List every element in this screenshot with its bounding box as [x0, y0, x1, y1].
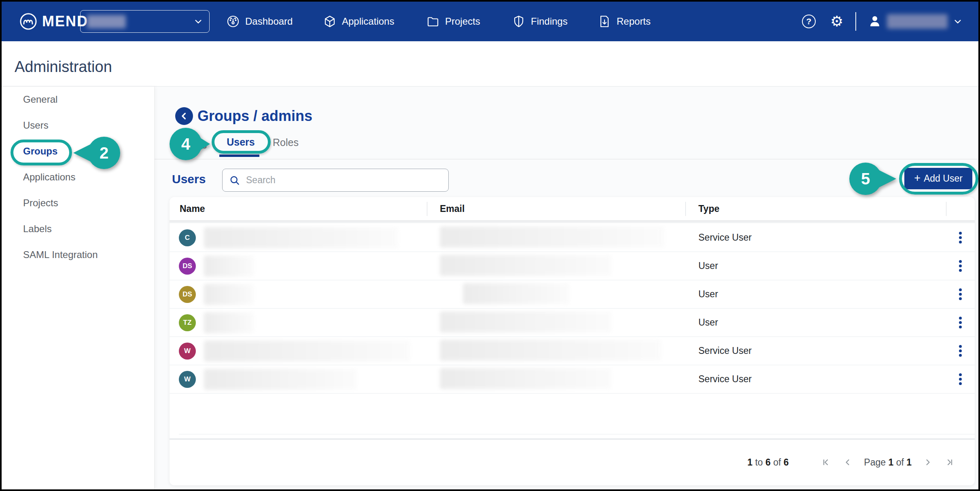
section-title: Users: [172, 172, 206, 186]
avatar: DS: [179, 286, 196, 303]
sidebar-menu: General Users Groups Applications Projec…: [2, 87, 154, 268]
first-page-button[interactable]: [820, 457, 832, 468]
type-cell: Service User: [685, 345, 946, 356]
nav-item-findings[interactable]: Findings: [512, 2, 568, 41]
nav-item-reports[interactable]: Reports: [598, 2, 651, 41]
kebab-menu-icon[interactable]: [956, 342, 965, 360]
user-type: User: [698, 289, 718, 299]
email-cell: [427, 255, 685, 277]
dashboard-icon: [227, 15, 240, 28]
tab-roles[interactable]: Roles: [273, 137, 299, 148]
sidebar-item[interactable]: General: [2, 87, 154, 112]
last-page-button[interactable]: [944, 457, 955, 468]
tab-users[interactable]: Users: [219, 136, 262, 148]
redacted-email: [440, 311, 612, 332]
kebab-menu-icon[interactable]: [956, 370, 965, 388]
nav-item-projects[interactable]: Projects: [426, 2, 480, 41]
active-tab-indicator: [219, 154, 259, 157]
users-table-card: Name Email Type C: [170, 197, 975, 485]
sidebar-item[interactable]: Users: [2, 112, 154, 138]
redacted-name: [204, 312, 254, 333]
redacted-email: [463, 283, 570, 304]
sidebar-item[interactable]: Labels: [2, 216, 154, 242]
report-download-icon: [598, 15, 611, 28]
previous-page-button[interactable]: [842, 457, 853, 468]
help-icon[interactable]: ?: [802, 15, 816, 28]
page-header: Administration: [2, 41, 978, 87]
sidebar-item[interactable]: Applications: [2, 164, 154, 190]
tabs-bottom-border: [155, 159, 978, 159]
gear-icon[interactable]: ⚙: [830, 14, 843, 29]
breadcrumb: Groups / admins: [197, 108, 312, 125]
table-body: C Service User: [170, 224, 975, 394]
back-button[interactable]: [175, 107, 193, 125]
add-user-label: Add User: [924, 173, 963, 184]
mend-admin-screen: MEND Dashboard: [0, 0, 980, 491]
redacted-email: [440, 255, 612, 276]
email-cell: [427, 283, 685, 306]
user-avatar-icon[interactable]: [868, 14, 882, 29]
cube-icon: [323, 15, 336, 28]
type-cell: Service User: [685, 374, 946, 385]
navbar-right-cluster: ? ⚙: [802, 2, 962, 41]
sidebar-item[interactable]: Projects: [2, 190, 154, 216]
name-cell: TZ: [170, 312, 427, 333]
kebab-menu-icon[interactable]: [956, 313, 965, 332]
table-header: Name Email Type: [170, 197, 975, 221]
nav-item-dashboard[interactable]: Dashboard: [227, 2, 293, 41]
nav-item-label: Dashboard: [245, 16, 293, 27]
redacted-name: [204, 284, 254, 305]
table-row: TZ User: [170, 309, 975, 337]
name-cell: DS: [170, 256, 427, 277]
email-cell: [427, 368, 685, 391]
search-box: [222, 169, 449, 192]
chevron-down-icon: [194, 17, 203, 26]
user-type: User: [698, 260, 718, 271]
column-header-actions: [946, 197, 975, 221]
main-content: Groups / admins s Users Roles Users + Ad…: [155, 87, 978, 489]
top-navbar: MEND Dashboard: [2, 2, 978, 41]
user-type: Service User: [698, 374, 752, 384]
column-header-type: Type: [685, 197, 946, 221]
nav-item-applications[interactable]: Applications: [323, 2, 394, 41]
column-header-name: Name: [170, 197, 427, 221]
type-cell: User: [685, 317, 946, 328]
kebab-menu-icon[interactable]: [956, 257, 965, 275]
table-row: DS User: [170, 252, 975, 280]
sidebar-item[interactable]: Groups: [2, 138, 154, 164]
admin-sidebar: General Users Groups Applications Projec…: [2, 87, 155, 489]
tab-partially-hidden[interactable]: s: [202, 140, 207, 151]
redacted-username: [887, 14, 948, 29]
mend-logo-icon: [19, 12, 38, 31]
kebab-menu-icon[interactable]: [956, 285, 965, 303]
email-cell: [427, 226, 685, 249]
actions-cell: [946, 229, 975, 247]
table-row: W Service User: [170, 337, 975, 365]
pagination-page-indicator: Page 1 of 1: [864, 457, 912, 468]
kebab-menu-icon[interactable]: [956, 229, 965, 247]
type-cell: User: [685, 289, 946, 300]
chevron-down-icon[interactable]: [953, 17, 962, 26]
user-type: User: [698, 317, 718, 328]
nav-item-label: Reports: [617, 16, 651, 27]
redacted-name: [204, 369, 357, 390]
actions-cell: [946, 257, 975, 275]
shield-icon: [512, 15, 525, 28]
name-cell: C: [170, 227, 427, 248]
name-cell: W: [170, 341, 427, 362]
add-user-button[interactable]: + Add User: [904, 168, 972, 189]
organization-selector[interactable]: [80, 10, 210, 33]
table-row: C Service User: [170, 224, 975, 252]
email-cell: [427, 311, 685, 334]
pagination-bar: 1 to 6 of 6 Page 1 of: [170, 439, 975, 485]
pagination-range: 1 to 6 of 6: [747, 457, 789, 468]
sidebar-item[interactable]: SAML Integration: [2, 242, 154, 268]
actions-cell: [946, 313, 975, 332]
avatar: W: [179, 371, 196, 388]
mend-logo[interactable]: MEND: [19, 2, 88, 41]
folder-icon: [426, 15, 439, 28]
search-input[interactable]: [246, 175, 442, 186]
table-row: W Service User: [170, 365, 975, 394]
column-header-email: Email: [427, 197, 685, 221]
next-page-button[interactable]: [922, 457, 933, 468]
